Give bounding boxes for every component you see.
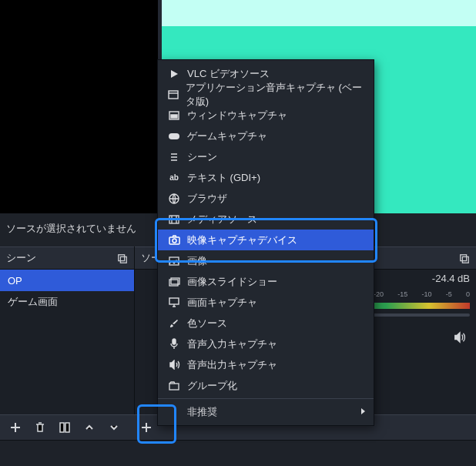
- vu-tick: -20: [374, 290, 384, 300]
- svg-rect-18: [173, 339, 176, 344]
- menu-item-folder-group[interactable]: グループ化: [158, 375, 374, 396]
- svg-rect-2: [461, 255, 467, 261]
- svg-rect-4: [60, 423, 64, 432]
- play-icon: [166, 69, 183, 79]
- menu-item-picture[interactable]: 画像: [158, 250, 374, 271]
- svg-rect-0: [119, 255, 125, 261]
- svg-rect-19: [169, 384, 179, 390]
- picture-icon: [166, 256, 183, 266]
- svg-rect-17: [169, 298, 179, 304]
- menu-label: 画像: [187, 254, 207, 268]
- monitor-icon: [166, 297, 183, 307]
- move-down-button[interactable]: [103, 417, 125, 438]
- no-source-message: ソースが選択されていません: [6, 222, 136, 236]
- preview-black-region: [0, 0, 158, 213]
- svg-rect-11: [169, 216, 179, 223]
- chevron-right-icon: [360, 406, 366, 417]
- delete-scene-button[interactable]: [29, 417, 51, 438]
- menu-item-monitor[interactable]: 画面キャプチャ: [158, 292, 374, 313]
- menu-item-brush[interactable]: 色ソース: [158, 313, 374, 334]
- preview-strip: [162, 0, 476, 26]
- menu-label: 色ソース: [187, 317, 227, 330]
- menu-item-mic[interactable]: 音声入力キャプチャ: [158, 334, 374, 354]
- camera-icon: [166, 235, 183, 245]
- globe-icon: [166, 193, 183, 204]
- menu-label: 音声入力キャプチャ: [187, 337, 277, 351]
- svg-rect-5: [65, 423, 69, 432]
- menu-label: テキスト (GDI+): [187, 171, 260, 185]
- move-up-button[interactable]: [79, 417, 100, 438]
- mute-button[interactable]: [450, 329, 470, 346]
- gamepad-icon: [166, 132, 183, 141]
- menu-item-window[interactable]: ウィンドウキャプチャ: [158, 105, 374, 126]
- menu-item-film[interactable]: メディアソース: [158, 209, 374, 230]
- menu-label: 画面キャプチャ: [187, 296, 257, 310]
- scene-label: ゲーム画面: [8, 295, 58, 309]
- film-icon: [166, 214, 183, 225]
- svg-rect-8: [171, 115, 177, 118]
- menu-label: ゲームキャプチャ: [187, 129, 267, 143]
- menu-label: ウィンドウキャプチャ: [187, 109, 287, 122]
- speaker-icon: [166, 360, 183, 370]
- add-source-menu: VLC ビデオソースアプリケーション音声キャプチャ (ベータ版)ウィンドウキャプ…: [157, 59, 374, 426]
- menu-label: 映像キャプチャデバイス: [187, 233, 297, 247]
- svg-point-13: [173, 239, 176, 243]
- menu-item-list[interactable]: シーン: [158, 146, 374, 167]
- add-scene-button[interactable]: [5, 417, 26, 438]
- app-window-icon: [166, 89, 181, 100]
- menu-label: VLC ビデオソース: [187, 67, 270, 81]
- menu-item-globe[interactable]: ブラウザ: [158, 188, 374, 209]
- scenes-panel: シーン OP ゲーム画面: [0, 246, 135, 414]
- scene-filter-button[interactable]: [54, 417, 75, 438]
- scene-item-game[interactable]: ゲーム画面: [0, 291, 134, 313]
- menu-label: メディアソース: [187, 213, 257, 226]
- vu-tick: -15: [397, 290, 407, 300]
- svg-rect-3: [462, 256, 468, 263]
- menu-item-slides[interactable]: 画像スライドショー: [158, 271, 374, 292]
- svg-rect-9: [169, 133, 179, 139]
- menu-label: 画像スライドショー: [187, 275, 277, 289]
- detach-icon[interactable]: [116, 252, 129, 266]
- vu-tick: 0: [466, 290, 470, 300]
- window-icon: [166, 110, 183, 121]
- menu-separator: [158, 398, 374, 399]
- scene-list: OP ゲーム画面: [0, 270, 134, 414]
- scenes-title: シーン: [6, 251, 36, 265]
- add-source-button[interactable]: [136, 417, 157, 438]
- list-icon: [166, 152, 183, 163]
- menu-label: 音声出力キャプチャ: [187, 358, 277, 372]
- text-ab-icon: ab: [166, 173, 183, 182]
- brush-icon: [166, 318, 183, 329]
- scene-item-op[interactable]: OP: [0, 270, 134, 291]
- menu-item-camera[interactable]: 映像キャプチャデバイス: [158, 230, 374, 250]
- svg-rect-1: [120, 256, 126, 263]
- menu-label: 非推奨: [187, 405, 217, 419]
- menu-item-text-ab[interactable]: abテキスト (GDI+): [158, 167, 374, 188]
- menu-item-app-window[interactable]: アプリケーション音声キャプチャ (ベータ版): [158, 84, 374, 105]
- menu-label: ブラウザ: [187, 192, 227, 206]
- vu-tick: -5: [446, 290, 452, 300]
- scenes-header[interactable]: シーン: [0, 246, 134, 270]
- scene-label: OP: [8, 275, 22, 287]
- slides-icon: [166, 277, 183, 287]
- menu-item-gamepad[interactable]: ゲームキャプチャ: [158, 126, 374, 146]
- vu-tick: -10: [421, 290, 431, 300]
- menu-item-speaker[interactable]: 音声出力キャプチャ: [158, 354, 374, 375]
- mic-icon: [166, 338, 183, 350]
- menu-label: シーン: [187, 150, 217, 164]
- svg-rect-6: [169, 91, 178, 99]
- folder-group-icon: [166, 381, 183, 391]
- detach-icon[interactable]: [458, 252, 471, 266]
- menu-item-deprecated[interactable]: 非推奨: [158, 401, 374, 422]
- menu-label: グループ化: [187, 379, 237, 393]
